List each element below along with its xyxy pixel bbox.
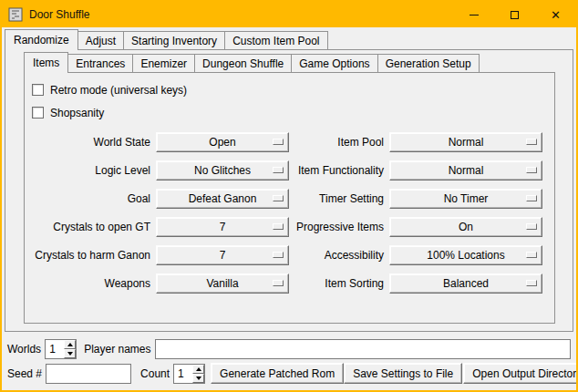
item-sorting-dropdown[interactable]: Balanced — [389, 273, 542, 294]
tab-game-options[interactable]: Game Options — [291, 54, 377, 72]
maximize-button[interactable] — [494, 2, 535, 27]
weapons-label: Weapons — [26, 277, 156, 290]
tab-custom-item-pool[interactable]: Custom Item Pool — [224, 31, 327, 49]
dropdown-indicator-icon — [273, 167, 284, 173]
minimize-icon — [470, 15, 479, 15]
spin-down-button[interactable] — [192, 374, 204, 383]
spin-down-button[interactable] — [64, 349, 76, 358]
retro-mode-row: Retro mode (universal keys) — [25, 78, 554, 101]
world-state-dropdown[interactable]: Open — [156, 132, 289, 152]
retro-mode-checkbox[interactable] — [32, 84, 44, 96]
shopsanity-checkbox[interactable] — [32, 107, 44, 119]
crystals-ganon-dropdown[interactable]: 7 — [156, 245, 289, 265]
tab-strip-items: Items Entrances Enemizer Dungeon Shuffle… — [24, 51, 480, 72]
item-pool-label: Item Pool — [289, 136, 389, 149]
window-controls: ✕ — [453, 2, 576, 27]
open-output-button[interactable]: Open Output Directory — [463, 363, 578, 384]
worlds-label: Worlds — [7, 343, 41, 356]
tab-adjust[interactable]: Adjust — [77, 31, 124, 49]
settings-row: Logic Level No Glitches Item Functionali… — [25, 156, 554, 184]
player-names-input[interactable] — [155, 339, 572, 359]
seed-label: Seed # — [7, 367, 42, 380]
shopsanity-label: Shopsanity — [50, 107, 104, 119]
minimize-button[interactable] — [453, 2, 494, 27]
item-functionality-value: Normal — [449, 164, 484, 177]
right-button-group: Save Settings to File Open Output Direct… — [344, 363, 578, 384]
accessibility-label: Accessibility — [289, 249, 389, 262]
tab-starting-inventory[interactable]: Starting Inventory — [123, 31, 225, 49]
crystals-gt-dropdown[interactable]: 7 — [156, 217, 289, 237]
dropdown-indicator-icon — [526, 280, 537, 286]
dropdown-indicator-icon — [273, 195, 284, 201]
item-functionality-dropdown[interactable]: Normal — [389, 160, 542, 181]
weapons-value: Vanilla — [206, 277, 238, 290]
tab-enemizer[interactable]: Enemizer — [132, 54, 195, 72]
settings-row: Goal Defeat Ganon Timer Setting No Timer — [25, 184, 554, 212]
item-sorting-value: Balanced — [443, 277, 489, 290]
goal-value: Defeat Ganon — [189, 192, 257, 205]
progressive-items-dropdown[interactable]: On — [389, 217, 542, 237]
goal-dropdown[interactable]: Defeat Ganon — [156, 189, 289, 209]
arrow-up-icon — [196, 367, 201, 371]
item-sorting-label: Item Sorting — [289, 277, 389, 290]
tab-dungeon-shuffle[interactable]: Dungeon Shuffle — [194, 54, 292, 72]
shopsanity-row: Shopsanity — [25, 101, 554, 124]
worlds-spinbox[interactable]: 1 — [45, 339, 77, 359]
timer-setting-value: No Timer — [444, 192, 489, 205]
tab-entrances[interactable]: Entrances — [67, 54, 133, 72]
items-pane: Retro mode (universal keys) Shopsanity W… — [24, 72, 555, 324]
timer-setting-label: Timer Setting — [289, 192, 389, 205]
progressive-items-value: On — [459, 221, 473, 233]
titlebar[interactable]: Door Shuffle ✕ — [2, 2, 576, 27]
accessibility-value: 100% Locations — [427, 249, 504, 262]
count-spinbox[interactable]: 1 — [173, 364, 205, 384]
app-window: Door Shuffle ✕ Randomize Adjust Starting… — [0, 0, 578, 392]
tab-items[interactable]: Items — [24, 52, 68, 73]
world-state-label: World State — [26, 136, 156, 149]
close-icon: ✕ — [551, 8, 561, 22]
dropdown-indicator-icon — [273, 139, 284, 145]
logic-level-dropdown[interactable]: No Glitches — [156, 160, 289, 181]
count-label: Count — [140, 367, 170, 380]
item-pool-value: Normal — [449, 136, 484, 149]
randomize-pane: Items Entrances Enemizer Dungeon Shuffle… — [5, 49, 573, 332]
dropdown-indicator-icon — [526, 139, 537, 145]
tab-strip-main: Randomize Adjust Starting Inventory Cust… — [5, 28, 328, 49]
dropdown-indicator-icon — [526, 195, 537, 201]
crystals-gt-label: Crystals to open GT — [26, 221, 156, 233]
app-icon[interactable] — [8, 7, 23, 22]
crystals-ganon-label: Crystals to harm Ganon — [26, 249, 156, 262]
goal-label: Goal — [26, 192, 156, 205]
settings-row: Crystals to open GT 7 Progressive Items … — [25, 212, 554, 241]
weapons-dropdown[interactable]: Vanilla — [156, 273, 289, 294]
count-spin-arrows — [192, 365, 204, 383]
settings-row: Crystals to harm Ganon 7 Accessibility 1… — [25, 241, 554, 269]
retro-mode-label: Retro mode (universal keys) — [50, 84, 187, 97]
dropdown-indicator-icon — [273, 223, 284, 230]
world-state-value: Open — [209, 136, 235, 149]
generate-button[interactable]: Generate Patched Rom — [211, 363, 344, 384]
seed-input[interactable] — [46, 364, 131, 384]
dropdown-indicator-icon — [526, 167, 537, 173]
logic-level-value: No Glitches — [194, 164, 251, 177]
dropdown-indicator-icon — [273, 280, 284, 286]
spin-up-button[interactable] — [64, 340, 76, 349]
tab-randomize[interactable]: Randomize — [5, 29, 78, 50]
maximize-icon — [511, 11, 519, 19]
arrow-up-icon — [67, 343, 73, 346]
item-pool-dropdown[interactable]: Normal — [389, 132, 542, 152]
window-title: Door Shuffle — [29, 8, 90, 21]
dropdown-indicator-icon — [526, 223, 537, 230]
player-names-label: Player names — [84, 343, 150, 356]
close-button[interactable]: ✕ — [535, 2, 576, 27]
item-functionality-label: Item Functionality — [289, 164, 389, 177]
worlds-row: Worlds 1 Player names — [7, 338, 571, 359]
accessibility-dropdown[interactable]: 100% Locations — [389, 245, 542, 265]
settings-row: Weapons Vanilla Item Sorting Balanced — [25, 269, 554, 297]
spin-up-button[interactable] — [192, 365, 204, 374]
settings-rows: World State Open Item Pool Normal Logic … — [25, 128, 554, 297]
timer-setting-dropdown[interactable]: No Timer — [389, 189, 542, 209]
save-settings-button[interactable]: Save Settings to File — [344, 363, 462, 384]
dropdown-indicator-icon — [273, 252, 284, 258]
tab-generation-setup[interactable]: Generation Setup — [377, 54, 480, 72]
